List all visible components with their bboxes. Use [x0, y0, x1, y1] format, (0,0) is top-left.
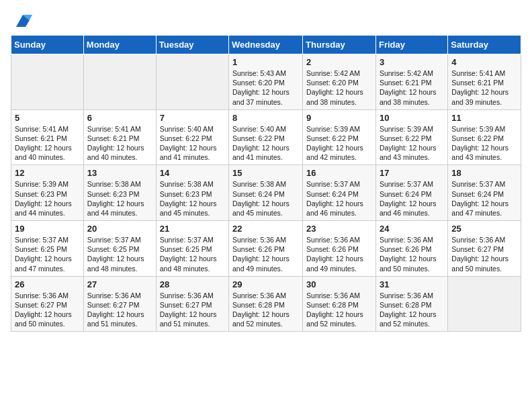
day-info: Sunrise: 5:37 AM Sunset: 6:25 PM Dayligh… [160, 235, 225, 273]
day-number: 3 [380, 57, 444, 67]
day-number: 4 [451, 57, 517, 67]
day-info: Sunrise: 5:40 AM Sunset: 6:22 PM Dayligh… [160, 124, 225, 163]
weekday-header-monday: Monday [83, 36, 156, 54]
calendar-cell: 6Sunrise: 5:41 AM Sunset: 6:21 PM Daylig… [83, 109, 156, 165]
calendar-cell: 27Sunrise: 5:36 AM Sunset: 6:27 PM Dayli… [83, 276, 156, 332]
calendar-cell: 19Sunrise: 5:37 AM Sunset: 6:25 PM Dayli… [11, 221, 84, 277]
weekday-header-sunday: Sunday [11, 36, 84, 54]
calendar-cell: 8Sunrise: 5:40 AM Sunset: 6:22 PM Daylig… [229, 109, 303, 165]
calendar-cell [83, 54, 156, 110]
weekday-header-saturday: Saturday [448, 36, 521, 54]
day-info: Sunrise: 5:39 AM Sunset: 6:22 PM Dayligh… [306, 124, 372, 163]
calendar-cell: 13Sunrise: 5:38 AM Sunset: 6:23 PM Dayli… [83, 165, 156, 221]
day-number: 11 [451, 113, 517, 123]
calendar-cell: 12Sunrise: 5:39 AM Sunset: 6:23 PM Dayli… [11, 165, 84, 221]
weekday-header-row: SundayMondayTuesdayWednesdayThursdayFrid… [11, 36, 521, 54]
page: SundayMondayTuesdayWednesdayThursdayFrid… [0, 0, 532, 337]
day-info: Sunrise: 5:41 AM Sunset: 6:21 PM Dayligh… [451, 68, 517, 107]
day-info: Sunrise: 5:43 AM Sunset: 6:20 PM Dayligh… [232, 68, 299, 107]
day-number: 23 [306, 224, 372, 234]
day-number: 25 [451, 224, 517, 234]
day-info: Sunrise: 5:39 AM Sunset: 6:22 PM Dayligh… [451, 124, 517, 163]
day-number: 22 [232, 224, 299, 234]
day-number: 19 [15, 224, 80, 234]
day-info: Sunrise: 5:39 AM Sunset: 6:23 PM Dayligh… [15, 179, 80, 218]
day-info: Sunrise: 5:39 AM Sunset: 6:22 PM Dayligh… [380, 124, 444, 163]
day-number: 8 [232, 113, 299, 123]
day-info: Sunrise: 5:41 AM Sunset: 6:21 PM Dayligh… [87, 124, 152, 163]
day-info: Sunrise: 5:38 AM Sunset: 6:24 PM Dayligh… [232, 179, 299, 218]
day-number: 1 [232, 57, 299, 67]
calendar-cell: 25Sunrise: 5:36 AM Sunset: 6:27 PM Dayli… [448, 221, 521, 277]
calendar-cell: 29Sunrise: 5:36 AM Sunset: 6:28 PM Dayli… [229, 276, 303, 332]
logo [11, 11, 32, 30]
calendar-cell: 7Sunrise: 5:40 AM Sunset: 6:22 PM Daylig… [156, 109, 228, 165]
day-info: Sunrise: 5:41 AM Sunset: 6:21 PM Dayligh… [15, 124, 80, 163]
calendar-cell [448, 276, 521, 332]
calendar-cell: 21Sunrise: 5:37 AM Sunset: 6:25 PM Dayli… [156, 221, 228, 277]
calendar-cell: 3Sunrise: 5:42 AM Sunset: 6:21 PM Daylig… [375, 54, 447, 110]
calendar-cell: 23Sunrise: 5:36 AM Sunset: 6:26 PM Dayli… [303, 221, 376, 277]
day-number: 13 [87, 168, 152, 178]
calendar-cell: 16Sunrise: 5:37 AM Sunset: 6:24 PM Dayli… [303, 165, 376, 221]
week-row-1: 5Sunrise: 5:41 AM Sunset: 6:21 PM Daylig… [11, 109, 521, 165]
day-number: 20 [87, 224, 152, 234]
calendar-cell: 31Sunrise: 5:36 AM Sunset: 6:28 PM Dayli… [375, 276, 447, 332]
calendar-cell: 14Sunrise: 5:38 AM Sunset: 6:23 PM Dayli… [156, 165, 228, 221]
calendar-cell [156, 54, 228, 110]
day-number: 10 [380, 113, 444, 123]
calendar-cell: 30Sunrise: 5:36 AM Sunset: 6:28 PM Dayli… [303, 276, 376, 332]
calendar-cell: 10Sunrise: 5:39 AM Sunset: 6:22 PM Dayli… [375, 109, 447, 165]
day-info: Sunrise: 5:37 AM Sunset: 6:24 PM Dayligh… [451, 179, 517, 218]
calendar-cell: 15Sunrise: 5:38 AM Sunset: 6:24 PM Dayli… [229, 165, 303, 221]
day-info: Sunrise: 5:36 AM Sunset: 6:26 PM Dayligh… [380, 235, 444, 273]
weekday-header-thursday: Thursday [303, 36, 376, 54]
calendar-cell: 26Sunrise: 5:36 AM Sunset: 6:27 PM Dayli… [11, 276, 84, 332]
day-info: Sunrise: 5:36 AM Sunset: 6:26 PM Dayligh… [306, 235, 372, 273]
day-info: Sunrise: 5:36 AM Sunset: 6:28 PM Dayligh… [380, 291, 444, 329]
day-number: 6 [87, 113, 152, 123]
day-number: 17 [380, 168, 444, 178]
day-number: 26 [15, 279, 80, 289]
day-info: Sunrise: 5:36 AM Sunset: 6:28 PM Dayligh… [232, 291, 299, 329]
day-number: 16 [306, 168, 372, 178]
day-number: 21 [160, 224, 225, 234]
day-info: Sunrise: 5:40 AM Sunset: 6:22 PM Dayligh… [232, 124, 299, 163]
day-info: Sunrise: 5:38 AM Sunset: 6:23 PM Dayligh… [160, 179, 225, 218]
day-info: Sunrise: 5:37 AM Sunset: 6:24 PM Dayligh… [306, 179, 372, 218]
header [11, 11, 521, 30]
day-info: Sunrise: 5:37 AM Sunset: 6:25 PM Dayligh… [15, 235, 80, 273]
day-number: 27 [87, 279, 152, 289]
logo-icon [13, 11, 32, 30]
week-row-0: 1Sunrise: 5:43 AM Sunset: 6:20 PM Daylig… [11, 54, 521, 110]
day-info: Sunrise: 5:37 AM Sunset: 6:25 PM Dayligh… [87, 235, 152, 273]
day-info: Sunrise: 5:37 AM Sunset: 6:24 PM Dayligh… [380, 179, 444, 218]
calendar-cell: 24Sunrise: 5:36 AM Sunset: 6:26 PM Dayli… [375, 221, 447, 277]
calendar-cell: 22Sunrise: 5:36 AM Sunset: 6:26 PM Dayli… [229, 221, 303, 277]
day-info: Sunrise: 5:42 AM Sunset: 6:21 PM Dayligh… [380, 68, 444, 107]
calendar-cell [11, 54, 84, 110]
day-number: 12 [15, 168, 80, 178]
calendar-cell: 1Sunrise: 5:43 AM Sunset: 6:20 PM Daylig… [229, 54, 303, 110]
day-info: Sunrise: 5:42 AM Sunset: 6:20 PM Dayligh… [306, 68, 372, 107]
calendar-cell: 9Sunrise: 5:39 AM Sunset: 6:22 PM Daylig… [303, 109, 376, 165]
week-row-2: 12Sunrise: 5:39 AM Sunset: 6:23 PM Dayli… [11, 165, 521, 221]
day-info: Sunrise: 5:36 AM Sunset: 6:27 PM Dayligh… [87, 291, 152, 329]
day-info: Sunrise: 5:36 AM Sunset: 6:26 PM Dayligh… [232, 235, 299, 273]
day-number: 29 [232, 279, 299, 289]
calendar-cell: 17Sunrise: 5:37 AM Sunset: 6:24 PM Dayli… [375, 165, 447, 221]
calendar-cell: 5Sunrise: 5:41 AM Sunset: 6:21 PM Daylig… [11, 109, 84, 165]
day-number: 14 [160, 168, 225, 178]
day-info: Sunrise: 5:36 AM Sunset: 6:27 PM Dayligh… [451, 235, 517, 273]
calendar-cell: 18Sunrise: 5:37 AM Sunset: 6:24 PM Dayli… [448, 165, 521, 221]
calendar-cell: 20Sunrise: 5:37 AM Sunset: 6:25 PM Dayli… [83, 221, 156, 277]
day-number: 31 [380, 279, 444, 289]
day-info: Sunrise: 5:38 AM Sunset: 6:23 PM Dayligh… [87, 179, 152, 218]
weekday-header-tuesday: Tuesday [156, 36, 228, 54]
weekday-header-wednesday: Wednesday [229, 36, 303, 54]
weekday-header-friday: Friday [375, 36, 447, 54]
calendar-cell: 28Sunrise: 5:36 AM Sunset: 6:27 PM Dayli… [156, 276, 228, 332]
calendar: SundayMondayTuesdayWednesdayThursdayFrid… [11, 35, 521, 332]
day-number: 5 [15, 113, 80, 123]
week-row-4: 26Sunrise: 5:36 AM Sunset: 6:27 PM Dayli… [11, 276, 521, 332]
